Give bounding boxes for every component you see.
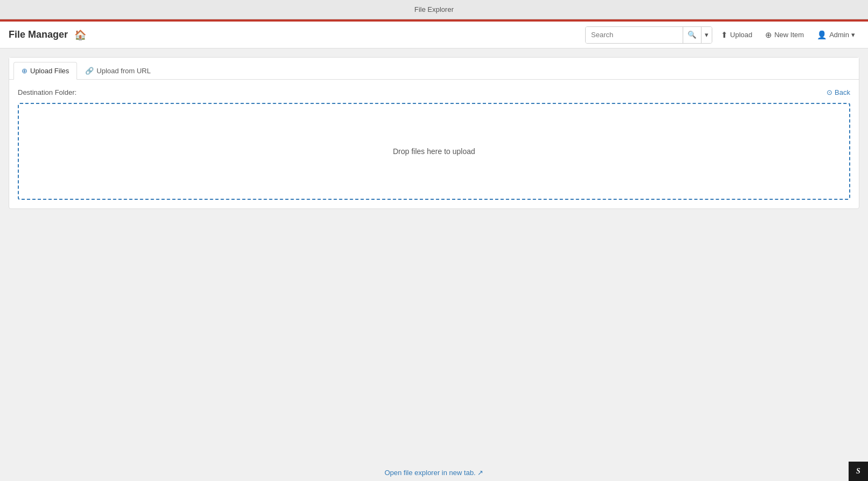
drop-zone-text: Drop files here to upload	[393, 147, 475, 156]
upload-url-tab-icon: 🔗	[85, 67, 94, 75]
panel: ⊕ Upload Files 🔗 Upload from URL Destina…	[9, 57, 859, 209]
upload-files-tab-icon: ⊕	[22, 67, 27, 75]
chevron-down-icon: ▾	[705, 31, 709, 39]
new-item-label: New Item	[774, 31, 804, 39]
navbar: File Manager 🏠 🔍 ▾ ⬆ Upload ⊕ New Item 👤…	[0, 22, 868, 48]
admin-button[interactable]: 👤 Admin ▾	[813, 28, 859, 42]
symfony-icon: S	[856, 467, 860, 476]
tab-upload-files-label: Upload Files	[30, 67, 69, 75]
tabs-nav: ⊕ Upload Files 🔗 Upload from URL	[9, 58, 859, 80]
home-icon[interactable]: 🏠	[74, 29, 86, 41]
back-icon: ⊙	[827, 88, 832, 96]
tab-upload-url[interactable]: 🔗 Upload from URL	[77, 62, 158, 80]
search-button[interactable]: 🔍	[683, 27, 701, 43]
search-dropdown-button[interactable]: ▾	[701, 27, 712, 43]
back-label: Back	[835, 88, 850, 96]
upload-button[interactable]: ⬆ Upload	[717, 28, 756, 42]
tab-upload-files[interactable]: ⊕ Upload Files	[13, 62, 77, 80]
back-link[interactable]: ⊙ Back	[827, 88, 850, 96]
search-input[interactable]	[586, 27, 683, 43]
main-content: ⊕ Upload Files 🔗 Upload from URL Destina…	[0, 48, 868, 459]
drop-zone[interactable]: Drop files here to upload	[18, 103, 850, 200]
open-new-tab-link[interactable]: Open file explorer in new tab. ↗	[385, 469, 484, 477]
browser-title: File Explorer	[0, 0, 868, 19]
navbar-brand: File Manager	[9, 29, 68, 40]
new-item-button[interactable]: ⊕ New Item	[761, 28, 808, 42]
admin-label: Admin	[829, 31, 849, 39]
search-group: 🔍 ▾	[585, 26, 712, 44]
symfony-badge: S	[849, 462, 868, 481]
user-icon: 👤	[817, 30, 827, 40]
destination-folder-label: Destination Folder:	[18, 88, 77, 96]
upload-label: Upload	[730, 31, 752, 39]
footer: Open file explorer in new tab. ↗	[0, 459, 868, 481]
navbar-right: 🔍 ▾ ⬆ Upload ⊕ New Item 👤 Admin ▾	[585, 26, 859, 44]
plus-icon: ⊕	[765, 30, 772, 40]
panel-body: Destination Folder: ⊙ Back Drop files he…	[9, 80, 859, 208]
search-icon: 🔍	[688, 31, 697, 39]
destination-row: Destination Folder: ⊙ Back	[18, 88, 850, 96]
upload-icon: ⬆	[721, 30, 728, 40]
tab-upload-url-label: Upload from URL	[96, 67, 150, 75]
admin-chevron-icon: ▾	[851, 31, 855, 39]
